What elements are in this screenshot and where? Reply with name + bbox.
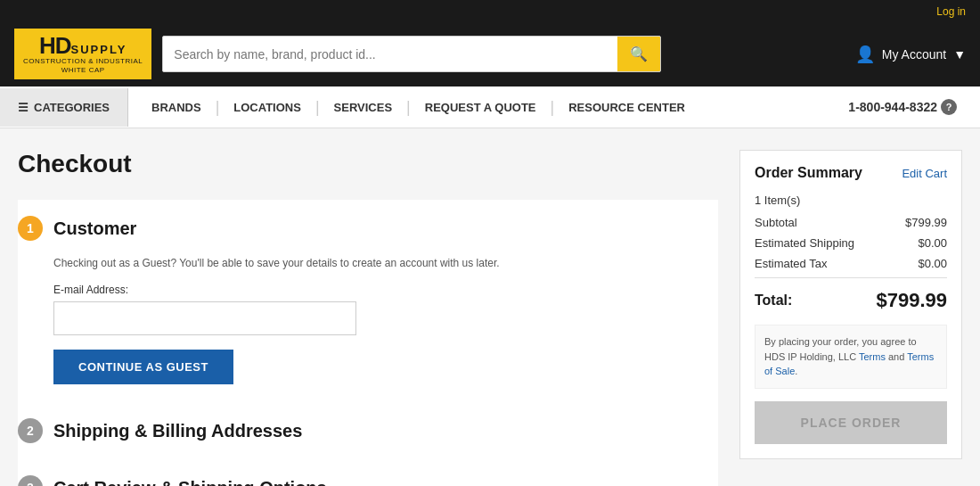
help-icon[interactable]: ? (941, 99, 957, 115)
logo-sub1: CONSTRUCTION & INDUSTRIAL (23, 57, 143, 66)
main-content: Checkout 1 Customer Checking out as a Gu… (0, 128, 980, 486)
login-link[interactable]: Log in (936, 5, 966, 18)
shipping-value: $0.00 (918, 236, 947, 250)
items-count: 1 Item(s) (755, 194, 947, 207)
step-1-number: 1 (18, 216, 43, 241)
shipping-label: Estimated Shipping (755, 236, 854, 250)
step-1-title: Customer (53, 218, 136, 239)
search-bar: 🔍 (162, 36, 661, 72)
tax-value: $0.00 (918, 257, 947, 270)
step-2-number: 2 (18, 418, 43, 443)
subtotal-label: Subtotal (755, 216, 797, 229)
terms-link[interactable]: Terms (859, 351, 886, 362)
subtotal-value: $799.99 (905, 216, 947, 229)
edit-cart-link[interactable]: Edit Cart (902, 167, 947, 180)
nav-item-brands[interactable]: BRANDS (137, 88, 216, 127)
step-1-section: 1 Customer Checking out as a Guest? You'… (18, 200, 718, 402)
step-3-header: 3 Cart Review & Shipping Options (18, 459, 718, 486)
legal-text: By placing your order, you agree to HDS … (755, 325, 947, 389)
tax-row: Estimated Tax $0.00 (755, 257, 947, 270)
step-3-section: 3 Cart Review & Shipping Options (18, 459, 718, 486)
menu-icon: ☰ (18, 101, 29, 114)
step-3-number: 3 (18, 475, 43, 486)
summary-title: Order Summary (755, 165, 862, 181)
total-row: Total: $799.99 (755, 277, 947, 312)
checkout-right: Order Summary Edit Cart 1 Item(s) Subtot… (739, 150, 962, 486)
page-title: Checkout (18, 150, 718, 178)
checkout-left: Checkout 1 Customer Checking out as a Gu… (18, 150, 718, 486)
account-menu[interactable]: 👤 My Account ▼ (855, 45, 966, 64)
logo-hd: HDSUPPLY (23, 34, 143, 57)
summary-header: Order Summary Edit Cart (755, 165, 947, 181)
step-2-section: 2 Shipping & Billing Addresses (18, 402, 718, 459)
user-icon: 👤 (855, 45, 875, 64)
step-1-header: 1 Customer (18, 200, 718, 257)
logo[interactable]: HDSUPPLY CONSTRUCTION & INDUSTRIAL WHITE… (14, 29, 151, 79)
step-2-title: Shipping & Billing Addresses (53, 421, 302, 441)
tax-label: Estimated Tax (755, 257, 827, 270)
total-label: Total: (755, 292, 792, 309)
main-nav: ☰ CATEGORIES BRANDS | LOCATIONS | SERVIC… (0, 86, 980, 128)
shipping-row: Estimated Shipping $0.00 (755, 236, 947, 250)
search-button[interactable]: 🔍 (617, 37, 660, 71)
logo-sub2: WHITE CAP (23, 66, 143, 75)
email-input[interactable] (53, 301, 356, 335)
nav-item-quote[interactable]: REQUEST A QUOTE (411, 88, 551, 127)
categories-menu[interactable]: ☰ CATEGORIES (0, 88, 128, 127)
customer-content: Checking out as a Guest? You'll be able … (18, 257, 718, 402)
nav-item-locations[interactable]: LOCATIONS (219, 88, 315, 127)
nav-item-services[interactable]: SERVICES (320, 88, 407, 127)
categories-label: CATEGORIES (34, 101, 110, 114)
subtotal-row: Subtotal $799.99 (755, 216, 947, 229)
nav-item-resource[interactable]: RESOURCE CENTER (554, 88, 699, 127)
top-bar: Log in (0, 0, 980, 21)
step-2-header: 2 Shipping & Billing Addresses (18, 402, 718, 459)
guest-notice: Checking out as a Guest? You'll be able … (53, 257, 718, 269)
step-3-title: Cart Review & Shipping Options (53, 478, 327, 486)
nav-items: BRANDS | LOCATIONS | SERVICES | REQUEST … (128, 86, 980, 128)
header: HDSUPPLY CONSTRUCTION & INDUSTRIAL WHITE… (0, 21, 980, 86)
account-label: My Account (882, 47, 946, 62)
phone-number: 1-800-944-8322 ? (834, 86, 971, 128)
email-label: E-mail Address: (53, 284, 718, 296)
place-order-button[interactable]: PLACE ORDER (755, 401, 947, 444)
total-value: $799.99 (876, 289, 947, 312)
continue-guest-button[interactable]: CONTINUE AS GUEST (53, 350, 233, 384)
search-input[interactable] (163, 38, 617, 70)
order-summary-box: Order Summary Edit Cart 1 Item(s) Subtot… (739, 150, 962, 459)
chevron-down-icon: ▼ (953, 47, 966, 62)
